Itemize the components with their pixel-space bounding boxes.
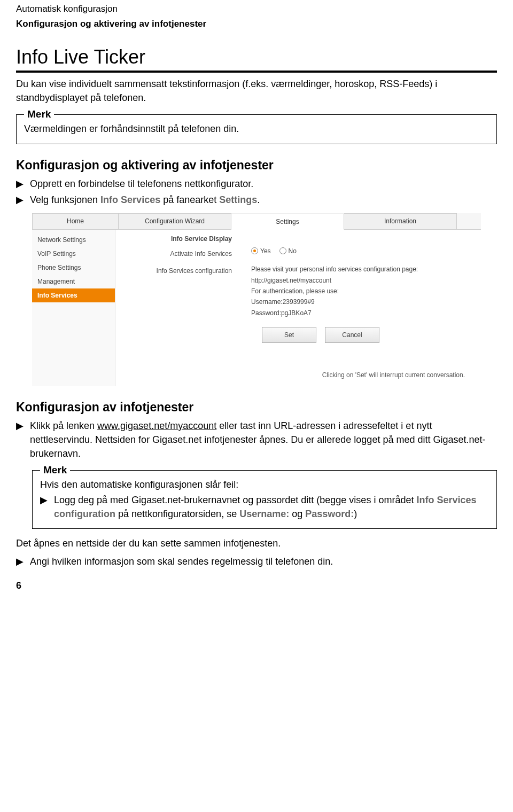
- config-screenshot: Home Configuration Wizard Settings Infor…: [32, 213, 481, 386]
- bullet-create-connection: ▶ Opprett en forbindelse til telefonens …: [16, 177, 497, 191]
- outro-text: Det åpnes en nettside der du kan sette s…: [16, 536, 497, 550]
- gigaset-link[interactable]: www.gigaset.net/myaccount: [97, 420, 216, 431]
- sidebar-item-phone[interactable]: Phone Settings: [32, 261, 115, 275]
- mid-config: Info Services configuration: [125, 267, 232, 275]
- arrow-icon: ▶: [16, 555, 30, 568]
- bullet-text: Velg funksjonen Info Services på faneark…: [30, 193, 497, 207]
- note-body-1: Værmeldingen er forhåndsinnstilt på tele…: [24, 122, 489, 136]
- arrow-icon: ▶: [40, 494, 54, 507]
- tab-config-wizard[interactable]: Configuration Wizard: [119, 213, 231, 229]
- bullet-text: Klikk på lenken www.gigaset.net/myaccoun…: [30, 419, 497, 460]
- note2-line1: Hvis den automatiske konfigurasjonen slå…: [40, 478, 489, 491]
- info-line-auth: For authentication, please use:: [251, 286, 471, 296]
- arrow-icon: ▶: [16, 177, 30, 191]
- sidebar-item-network[interactable]: Network Settings: [32, 233, 115, 247]
- bullet-select-function: ▶ Velg funksjonen Info Services på fanea…: [16, 193, 497, 207]
- arrow-icon: ▶: [16, 419, 30, 433]
- bullet-login: ▶ Logg deg på med Gigaset.net-brukernavn…: [40, 494, 489, 520]
- page-title: Info Live Ticker: [16, 46, 497, 73]
- radio-no[interactable]: No: [279, 246, 297, 256]
- sidebar-item-management[interactable]: Management: [32, 275, 115, 288]
- mid-column: Info Service Display Activate Info Servi…: [115, 230, 242, 386]
- bullet-text: Opprett en forbindelse til telefonens ne…: [30, 177, 497, 191]
- content-panel: Yes No Please visit your personal info s…: [242, 230, 481, 386]
- note-title-1: Merk: [24, 108, 54, 120]
- radio-icon: [279, 247, 286, 254]
- info-url: http://gigaset.net/myaccount: [251, 275, 471, 286]
- set-button[interactable]: Set: [262, 327, 316, 343]
- footnote-text: Clicking on 'Set' will interrupt current…: [251, 370, 471, 380]
- info-line-1: Please visit your personal info services…: [251, 264, 471, 275]
- mid-activate: Activate Info Services: [125, 250, 232, 257]
- note-box-2: Merk Hvis den automatiske konfigurasjone…: [32, 470, 497, 529]
- info-line-pass: Password:pgJBKoA7: [251, 308, 471, 318]
- sidebar: Network Settings VoIP Settings Phone Set…: [32, 230, 115, 386]
- header-line-2: Konfigurasjon og aktivering av infotjene…: [16, 18, 497, 30]
- note-title-2: Merk: [40, 464, 70, 476]
- radio-icon: [251, 247, 258, 254]
- bullet-text: Angi hvilken informasjon som skal sendes…: [30, 555, 497, 568]
- radio-yes[interactable]: Yes: [251, 246, 271, 256]
- sidebar-item-info-services[interactable]: Info Services: [32, 288, 115, 302]
- tab-settings[interactable]: Settings: [231, 214, 344, 230]
- section-heading-config: Konfigurasjon av infotjenester: [16, 400, 497, 415]
- bullet-specify-info: ▶ Angi hvilken informasjon som skal send…: [16, 555, 497, 568]
- bullet-click-link: ▶ Klikk på lenken www.gigaset.net/myacco…: [16, 419, 497, 460]
- note-box-1: Merk Værmeldingen er forhåndsinnstilt på…: [16, 114, 497, 144]
- mid-title: Info Service Display: [125, 235, 232, 243]
- section-heading-config-activate: Konfigurasjon og aktivering av infotjene…: [16, 158, 497, 173]
- page-number: 6: [16, 580, 497, 591]
- header-line-1: Automatisk konfigurasjon: [16, 3, 497, 15]
- arrow-icon: ▶: [16, 193, 30, 207]
- intro-text: Du kan vise individuelt sammensatt tekst…: [16, 77, 497, 105]
- sidebar-item-voip[interactable]: VoIP Settings: [32, 247, 115, 261]
- tab-information[interactable]: Information: [344, 213, 457, 229]
- tab-bar: Home Configuration Wizard Settings Infor…: [32, 213, 481, 229]
- bullet-text: Logg deg på med Gigaset.net-brukernavnet…: [54, 494, 489, 520]
- cancel-button[interactable]: Cancel: [325, 327, 379, 343]
- info-line-user: Username:2393999#9: [251, 296, 471, 307]
- tab-home[interactable]: Home: [32, 213, 119, 229]
